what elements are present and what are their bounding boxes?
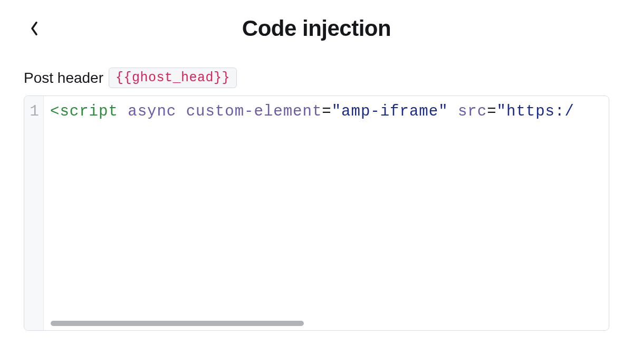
code-token: [176, 103, 186, 120]
code-line[interactable]: <script async custom-element="amp-iframe…: [50, 101, 609, 122]
section-label-row: Post header {{ghost_head}}: [24, 68, 609, 88]
chevron-left-icon: [29, 20, 40, 37]
code-token: =: [487, 103, 496, 120]
code-injection-panel: Code injection Post header {{ghost_head}…: [0, 0, 633, 341]
line-number: 1: [24, 101, 43, 122]
code-token: script: [60, 103, 118, 120]
code-editor[interactable]: 1 <script async custom-element="amp-ifra…: [24, 95, 609, 331]
code-token: async: [128, 103, 176, 120]
horizontal-scrollbar-thumb[interactable]: [51, 321, 304, 326]
code-token: "amp-iframe": [332, 103, 448, 120]
code-token: src: [458, 103, 487, 120]
page-title: Code injection: [24, 16, 609, 41]
back-button[interactable]: [24, 18, 45, 39]
post-header-label: Post header: [24, 70, 103, 87]
code-token: "https:/: [497, 103, 574, 120]
code-token: =: [322, 103, 331, 120]
code-token: custom-element: [186, 103, 322, 120]
code-token: [118, 103, 128, 120]
template-tag-badge: {{ghost_head}}: [109, 68, 237, 88]
code-token: <: [50, 103, 60, 120]
code-token: [448, 103, 458, 120]
code-body: 1 <script async custom-element="amp-ifra…: [24, 96, 609, 330]
code-content[interactable]: <script async custom-element="amp-iframe…: [44, 96, 609, 330]
line-gutter: 1: [24, 96, 44, 330]
horizontal-scrollbar-track[interactable]: [51, 321, 601, 326]
header: Code injection: [24, 16, 609, 41]
